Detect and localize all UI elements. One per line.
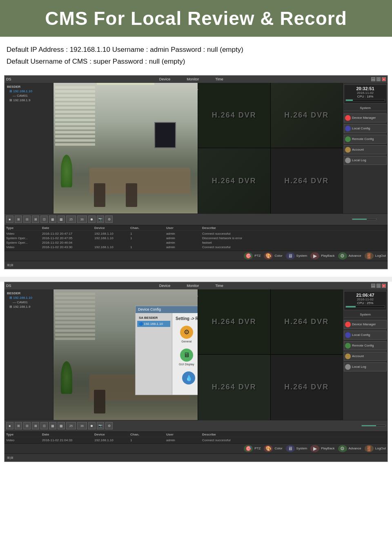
cms1-logout-btn[interactable]: 🚪 LogOut	[363, 251, 388, 261]
cms1-local-log-btn[interactable]: Local Log	[344, 156, 387, 165]
toolbar-grid4-btn[interactable]: ⊡	[40, 216, 48, 223]
cms2-color-btn[interactable]: 🎨 Color	[262, 444, 284, 453]
cms2-log1-user: admin	[166, 438, 199, 442]
config-gui-btn[interactable]: 🖥 GUI Display	[176, 347, 198, 367]
cms2-topbar-left: DS	[6, 284, 11, 288]
cms2-device-cam01[interactable]: — CAM01	[6, 300, 51, 304]
toolbar-grid5-btn[interactable]: ▦	[49, 216, 56, 223]
config-extra1-btn[interactable]: 💧	[181, 370, 196, 386]
cms2-close-btn[interactable]: ✕	[382, 284, 386, 288]
cms1-col-time: Time	[215, 77, 223, 81]
cms1-system-action-btn[interactable]: 🖥 System	[284, 251, 309, 261]
cms2-playback-btn[interactable]: ▶ PlayBack	[309, 444, 336, 453]
local-config-icon	[345, 126, 351, 131]
cms1-minimize-btn[interactable]: —	[371, 77, 375, 81]
cms1-monitor: ~ 2017 – 6 – 05 21:04:47	[53, 83, 343, 213]
log4-chan: 1	[130, 245, 163, 249]
cms2-toolbar-record-btn[interactable]: ⏺	[88, 422, 96, 429]
advance-label: Advance	[349, 254, 361, 258]
toolbar-25-btn[interactable]: 25	[66, 216, 76, 223]
cms2-toolbar-grid3-btn[interactable]: ⊠	[32, 422, 39, 429]
cms2-remote-config-btn[interactable]: Remote Config	[344, 341, 387, 350]
cms2-color-label: Color	[274, 447, 282, 450]
cms2-maximize-btn[interactable]: □	[376, 284, 381, 288]
cms2-toolbar-grid5-btn[interactable]: ▦	[49, 422, 56, 429]
cms1-playback-btn[interactable]: ▶ PlayBack	[309, 251, 336, 261]
toolbar-grid3-btn[interactable]: ⊠	[32, 216, 39, 223]
cms2-toolbar-snapshot-btn[interactable]: 📷	[97, 422, 104, 429]
cms2-device-192-168-1-9[interactable]: ⊞ 192.168.1.9	[6, 304, 51, 309]
cms1-topbar-left: DS	[6, 77, 11, 81]
cms1-main-camera	[53, 83, 198, 213]
cms2-minimize-btn[interactable]: —	[371, 284, 375, 288]
log3-device	[94, 240, 127, 245]
cms2-logout-btn[interactable]: 🚪 LogOut	[363, 444, 388, 453]
cms2-local-config-icon	[345, 332, 351, 338]
config-left-device-item[interactable]: 🔵 192.168.1.10	[137, 321, 170, 327]
cms2-toolbar-grid2-btn[interactable]: ⊟	[23, 422, 31, 429]
cms2-device-192-168-1-10[interactable]: ⊞ 192.168.1.10	[6, 296, 51, 300]
cms2-toolbar-settings-btn[interactable]: ⚙	[105, 422, 113, 429]
cms2-toolbar-grid4-btn[interactable]: ⊡	[40, 422, 48, 429]
cms1-maximize-btn[interactable]: □	[376, 77, 381, 81]
log1-user: admin	[166, 231, 199, 236]
cms1-account-btn[interactable]: Account	[344, 145, 387, 154]
log-col-device: Device	[94, 226, 127, 230]
config-icons-grid: ⚙ General ▣ Encode 🖥 Ne	[176, 324, 198, 367]
toolbar-36-btn[interactable]: 36	[77, 216, 87, 223]
toolbar-snapshot-btn[interactable]: 📷	[97, 216, 104, 223]
cms2-toolbar-25-btn[interactable]: 25	[66, 422, 76, 429]
logout-icon: 🚪	[365, 252, 374, 260]
cms2-account-btn[interactable]: Account	[344, 352, 387, 361]
cms2-log1-device: 192.168.1.10	[94, 438, 127, 442]
device-192-168-1-9[interactable]: ⊞ 192.168.1.9	[6, 98, 51, 102]
toolbar-record-btn[interactable]: ⏺	[88, 216, 96, 223]
gui-icon: 🖥	[180, 349, 193, 362]
toolbar-grid1-btn[interactable]: ⊞	[15, 216, 22, 223]
toolbar-grid6-btn[interactable]: ▩	[58, 216, 65, 223]
cms2-advance-btn[interactable]: ⚙ Advance	[336, 444, 363, 453]
cms2-toolbar-grid6-btn[interactable]: ▩	[58, 422, 65, 429]
cms1-device-panel: BESDER ⊞ 192.168.1.10 — CAM01 ⊞ 192.168.…	[4, 83, 53, 213]
device-manager-icon	[345, 115, 351, 121]
cms2-toolbar-stop-btn[interactable]: ■	[6, 422, 13, 429]
cms1-device-manager-btn[interactable]: Device Manager	[344, 113, 387, 122]
toolbar-stop-btn[interactable]: ■	[6, 216, 13, 223]
cms1-close-btn[interactable]: ✕	[382, 77, 386, 81]
cms2-col-monitor: Monitor	[187, 284, 199, 288]
cms2-toolbar-volume-slider[interactable]	[361, 425, 386, 427]
config-left-panel: SA BESDER 🔵 192.168.1.10	[136, 313, 172, 395]
config-left-sa-besder[interactable]: SA BESDER	[137, 315, 170, 321]
cms2-ptz-icon: 🎯	[244, 445, 253, 452]
cms2-local-config-btn[interactable]: Local Config	[344, 331, 387, 340]
toolbar-settings-btn[interactable]: ⚙	[105, 216, 113, 223]
cms2-device-manager-btn[interactable]: Device Manager	[344, 320, 387, 329]
cms2-toolbar-grid1-btn[interactable]: ⊞	[15, 422, 22, 429]
cms2-camera-mid-right-1: H.264 DVR	[198, 355, 270, 420]
cms2-device-manager-icon	[345, 322, 351, 327]
cms1-local-config-btn[interactable]: Local Config	[344, 124, 387, 133]
cms1-advance-btn[interactable]: ⚙ Advance	[336, 251, 363, 261]
cms2-time-display: 21:06:47 2016-11-02 CPU : 25%	[344, 291, 387, 310]
toolbar-grid2-btn[interactable]: ⊟	[23, 216, 31, 223]
cms1-color-btn[interactable]: 🎨 Color	[262, 251, 284, 261]
cms1-remote-config-btn[interactable]: Remote Config	[344, 135, 387, 144]
cms2-system-action-btn[interactable]: 🖥 System	[284, 444, 309, 453]
cms2-local-log-btn[interactable]: Local Log	[344, 362, 387, 371]
cms2-ptz-btn[interactable]: 🎯 PTZ	[242, 444, 262, 453]
device-cam01[interactable]: — CAM01	[6, 93, 51, 98]
cms2-log-header: Type Date Device Chan. User Describe	[6, 433, 386, 437]
log1-desc: Connect successful	[202, 231, 235, 236]
toolbar-volume-slider[interactable]	[352, 218, 376, 220]
cms2-toolbar-36-btn[interactable]: 36	[77, 422, 87, 429]
config-dialog-body: SA BESDER 🔵 192.168.1.10 Setting -> Reco…	[136, 313, 198, 395]
cms2-system-label: System	[344, 312, 387, 318]
device-besder[interactable]: BESDER	[6, 84, 51, 89]
cms2-system-icon: 🖥	[286, 445, 295, 452]
gui-label: GUI Display	[179, 363, 194, 366]
logout-label: LogOut	[375, 254, 386, 258]
config-general-btn[interactable]: ⚙ General	[176, 324, 198, 344]
cms1-ptz-btn[interactable]: 🎯 PTZ	[242, 251, 262, 261]
cms2-device-besder[interactable]: BESDER	[6, 291, 51, 296]
device-192-168-1-10[interactable]: ⊞ 192.168.1.10	[6, 89, 51, 93]
